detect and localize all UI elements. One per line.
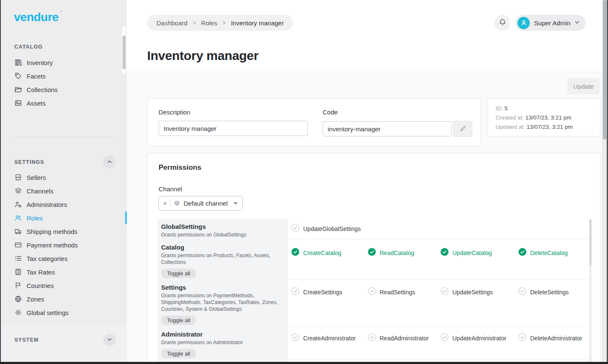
permission-group-description: Grants permissions on GlobalSettings — [161, 231, 283, 238]
meta-id-value: 5 — [504, 105, 508, 111]
permission-row-info: CatalogGrants permissions on Products, F… — [158, 239, 288, 280]
main-content: Dashboard > Roles > Inventory manager Su… — [127, 0, 602, 362]
toggle-all-button[interactable]: Toggle all — [161, 269, 196, 278]
permission-checkbox-readadministrator[interactable]: ReadAdministrator — [368, 333, 441, 343]
header-actions: Super Admin — [494, 15, 586, 31]
sidebar-item-tax-categories[interactable]: Tax categories — [1, 252, 127, 265]
sidebar-item-shipping-methods[interactable]: Shipping methods — [1, 225, 127, 238]
meta-created-row: Created at: 13/07/23, 3:21 pm — [496, 113, 592, 122]
chevron-down-icon — [233, 202, 238, 205]
sidebar-item-inventory[interactable]: Inventory — [1, 56, 127, 69]
administrators-icon — [14, 201, 22, 208]
settings-collapse-button[interactable] — [103, 156, 116, 168]
sidebar-item-assets[interactable]: Assets — [1, 96, 127, 110]
channel-clear-button[interactable]: × — [163, 200, 167, 207]
header-divider — [127, 72, 602, 72]
page-scrollbar-thumb[interactable] — [603, 0, 606, 139]
shipping-icon — [14, 228, 22, 235]
sidebar-scrollbar[interactable] — [122, 26, 126, 73]
check-circle-outline-icon — [518, 287, 526, 297]
system-collapse-button[interactable] — [103, 334, 116, 346]
permission-row-items: CreateCatalogReadCatalogUpdateCatalogDel… — [288, 239, 589, 280]
breadcrumb-current: Inventory manager — [231, 19, 284, 27]
section-heading-catalog: CATALOG — [14, 44, 43, 50]
page-scrollbar[interactable] — [602, 0, 607, 362]
permission-group-description: Grants permissions on Administrator — [161, 339, 283, 346]
layers-icon — [174, 200, 180, 206]
permissions-grid-scrollbar[interactable] — [589, 219, 592, 364]
sidebar-item-roles[interactable]: Roles — [1, 211, 127, 225]
permission-checkbox-deleteadministrator[interactable]: DeleteAdministrator — [518, 333, 589, 343]
sidebar-item-payment-methods[interactable]: Payment methods — [1, 238, 127, 252]
notifications-button[interactable] — [494, 15, 510, 31]
breadcrumb-separator: > — [192, 19, 196, 26]
sidebar-scrollbar-thumb[interactable] — [123, 35, 126, 69]
permission-checkbox-createcatalog[interactable]: CreateCatalog — [291, 248, 368, 258]
page-title: Inventory manager — [147, 49, 258, 63]
pencil-icon — [460, 125, 466, 133]
channel-label: Channel — [159, 185, 182, 193]
permission-row-info: SettingsGrants permissions on PaymentMet… — [158, 280, 288, 326]
sidebar-item-sellers[interactable]: Sellers — [1, 171, 127, 184]
update-button[interactable]: Update — [567, 78, 600, 94]
sidebar: vendure’ CATALOG InventoryFacetsCollecti… — [1, 0, 127, 362]
toggle-all-button[interactable]: Toggle all — [161, 349, 196, 359]
permission-checkbox-updatecatalog[interactable]: UpdateCatalog — [441, 248, 518, 258]
channel-select-divider — [170, 199, 170, 208]
edit-code-button[interactable] — [453, 121, 472, 137]
channel-select[interactable]: × Default channel — [159, 196, 243, 211]
sidebar-item-tax-rates[interactable]: Tax Rates — [1, 265, 127, 279]
sidebar-item-zones[interactable]: Zones — [1, 292, 127, 306]
permission-row-items: UpdateGlobalSettings — [288, 219, 589, 239]
channels-icon — [14, 187, 22, 195]
code-input[interactable] — [323, 121, 452, 136]
permission-row-info: AdministratorGrants permissions on Admin… — [158, 326, 288, 360]
sidebar-item-countries[interactable]: Countries — [1, 279, 127, 292]
assets-icon — [14, 99, 22, 107]
toggle-all-button[interactable]: Toggle all — [161, 315, 196, 325]
description-input[interactable] — [159, 121, 308, 136]
sidebar-item-global-settings[interactable]: Global settings — [1, 306, 127, 319]
sidebar-item-administrators[interactable]: Administrators — [1, 198, 127, 211]
tax-rates-icon — [14, 268, 22, 276]
permissions-grid: GlobalSettingsGrants permissions on Glob… — [158, 219, 589, 364]
permissions-card: Permissions Channel × Default channel Gl… — [147, 153, 600, 364]
vendure-logo[interactable]: vendure’ — [14, 11, 58, 24]
check-circle-filled-icon — [368, 248, 376, 258]
permission-row-items: CreateAdministratorReadAdministratorUpda… — [288, 326, 589, 360]
permission-checkbox-deletesettings[interactable]: DeleteSettings — [518, 287, 589, 297]
check-circle-filled-icon — [441, 248, 449, 258]
permission-checkbox-updateglobalsettings[interactable]: UpdateGlobalSettings — [291, 224, 368, 234]
sidebar-item-collections[interactable]: Collections — [1, 83, 127, 96]
breadcrumb-dashboard[interactable]: Dashboard — [156, 19, 187, 27]
permission-group-description: Grants permissions on Products, Facets, … — [161, 252, 283, 266]
inventory-icon — [14, 59, 22, 66]
permission-checkbox-createsettings[interactable]: CreateSettings — [291, 287, 368, 297]
zones-icon — [14, 295, 22, 303]
permission-checkbox-updatesettings[interactable]: UpdateSettings — [441, 287, 518, 297]
permissions-grid-scrollbar-thumb[interactable] — [589, 220, 592, 265]
entity-meta-card: ID: 5 Created at: 13/07/23, 3:21 pm Upda… — [487, 98, 600, 136]
permission-checkbox-readsettings[interactable]: ReadSettings — [368, 287, 441, 297]
user-menu[interactable]: Super Admin — [515, 15, 586, 31]
section-heading-system: SYSTEM — [14, 337, 38, 343]
check-circle-filled-icon — [291, 248, 299, 258]
permission-checkbox-readcatalog[interactable]: ReadCatalog — [368, 248, 441, 258]
permission-checkbox-createadministrator[interactable]: CreateAdministrator — [291, 333, 368, 343]
check-circle-outline-icon — [368, 333, 376, 343]
permission-checkbox-deletecatalog[interactable]: DeleteCatalog — [518, 248, 589, 258]
permission-checkbox-updateadministrator[interactable]: UpdateAdministrator — [441, 333, 518, 343]
sidebar-item-facets[interactable]: Facets — [1, 69, 127, 83]
permission-group-name: Settings — [161, 284, 283, 291]
bell-icon — [498, 18, 507, 27]
tax-categories-icon — [14, 255, 22, 262]
chevron-down-icon — [575, 19, 580, 27]
sidebar-item-channels[interactable]: Channels — [1, 184, 127, 198]
meta-updated-row: Updated at: 13/07/23, 3:21 pm — [496, 122, 592, 132]
meta-created-label: Created at: — [496, 114, 524, 121]
sidebar-divider — [14, 137, 114, 137]
check-circle-outline-icon — [291, 333, 299, 343]
logo-trademark: ’ — [60, 10, 62, 15]
window-bottom-bar — [0, 362, 608, 364]
breadcrumb-roles[interactable]: Roles — [201, 19, 217, 27]
